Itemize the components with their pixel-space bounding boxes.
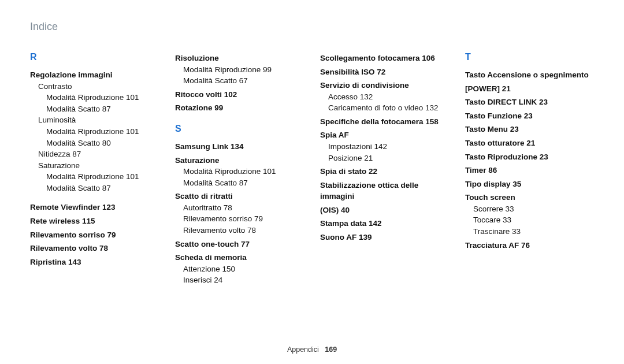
- entry: Posizione 21: [320, 153, 449, 164]
- entry: Modalità Riproduzione 101: [175, 166, 304, 177]
- entry: [POWER] 21: [465, 83, 594, 95]
- entry: Scollegamento fotocamera 106: [320, 53, 449, 64]
- entry: Rotazione 99: [175, 102, 304, 114]
- entry: Accesso 132: [320, 91, 449, 103]
- entry: Tasto DIRECT LINK 23: [465, 96, 594, 108]
- entry: Tasto Menu 23: [465, 124, 594, 135]
- entry: Rilevamento volto 78: [30, 243, 159, 254]
- entry: Tasto Funzione 23: [465, 110, 594, 122]
- entry: Spia AF: [320, 129, 449, 141]
- entry: Autoritratto 78: [175, 202, 304, 214]
- entry: Tasto Accensione o spegnimento: [465, 69, 594, 81]
- entry: Samsung Link 134: [175, 141, 304, 153]
- entry: Ritocco volti 102: [175, 89, 304, 101]
- entry: Scatto di ritratti: [175, 191, 304, 202]
- entry: Inserisci 24: [175, 274, 304, 286]
- letter-s: S: [175, 122, 304, 135]
- entry: Servizio di condivisione: [320, 80, 449, 91]
- entry: Stampa data 142: [320, 218, 449, 229]
- index-col-2: Risoluzione Modalità Riproduzione 99 Mod…: [175, 50, 304, 286]
- entry: Stabilizzazione ottica delle immagini: [320, 180, 449, 202]
- index-col-4: T Tasto Accensione o spegnimento [POWER]…: [465, 50, 594, 286]
- footer-section: Appendici: [287, 346, 319, 354]
- index-col-3: Scollegamento fotocamera 106 Sensibilità…: [320, 50, 449, 286]
- entry: Modalità Riproduzione 101: [30, 171, 159, 183]
- entry: Rete wireless 115: [30, 216, 159, 227]
- entry: Modalità Scatto 87: [30, 103, 159, 115]
- index-col-1: R Regolazione immagini Contrasto Modalit…: [30, 50, 159, 286]
- entry: Saturazione: [30, 160, 159, 172]
- entry: Nitidezza 87: [30, 148, 159, 160]
- entry: Attenzione 150: [175, 263, 304, 275]
- entry: Modalità Scatto 67: [175, 75, 304, 87]
- entry: Rilevamento sorriso 79: [175, 213, 304, 225]
- entry: Tracciatura AF 76: [465, 240, 594, 251]
- entry: Risoluzione: [175, 53, 304, 64]
- entry: Touch screen: [465, 192, 594, 203]
- entry: Toccare 33: [465, 214, 594, 226]
- entry: Modalità Riproduzione 101: [30, 126, 159, 138]
- entry: Regolazione immagini: [30, 69, 159, 81]
- entry: Saturazione: [175, 155, 304, 166]
- entry: Modalità Riproduzione 101: [30, 92, 159, 103]
- entry: Tasto otturatore 21: [465, 138, 594, 149]
- columns: R Regolazione immagini Contrasto Modalit…: [30, 50, 594, 286]
- page-header: Indice: [30, 21, 594, 33]
- entry: Modalità Scatto 87: [30, 183, 159, 194]
- entry: Tipo display 35: [465, 179, 594, 190]
- entry: Timer 86: [465, 165, 594, 176]
- entry: Modalità Scatto 80: [30, 138, 159, 149]
- entry: Tasto Riproduzione 23: [465, 151, 594, 163]
- entry: Specifiche della fotocamera 158: [320, 116, 449, 128]
- page-footer: Appendici 169: [0, 346, 624, 354]
- entry: Caricamento di foto o video 132: [320, 102, 449, 114]
- entry: Trascinare 33: [465, 226, 594, 237]
- entry: Scatto one-touch 77: [175, 239, 304, 250]
- entry: Scorrere 33: [465, 203, 594, 215]
- letter-t: T: [465, 50, 594, 64]
- entry: Sensibilità ISO 72: [320, 66, 449, 78]
- entry: Ripristina 143: [30, 257, 159, 268]
- entry: Impostazioni 142: [320, 141, 449, 153]
- entry: Spia di stato 22: [320, 166, 449, 177]
- entry: Rilevamento volto 78: [175, 225, 304, 236]
- footer-page: 169: [325, 346, 337, 354]
- entry: Suono AF 139: [320, 232, 449, 243]
- entry: Rilevamento sorriso 79: [30, 229, 159, 241]
- entry: Remote Viewfinder 123: [30, 202, 159, 213]
- entry: Modalità Riproduzione 99: [175, 64, 304, 76]
- entry: Scheda di memoria: [175, 252, 304, 263]
- entry: (OIS) 40: [320, 205, 449, 216]
- entry: Contrasto: [30, 81, 159, 92]
- letter-r: R: [30, 50, 159, 64]
- entry: Modalità Scatto 87: [175, 177, 304, 189]
- entry: Luminosità: [30, 114, 159, 126]
